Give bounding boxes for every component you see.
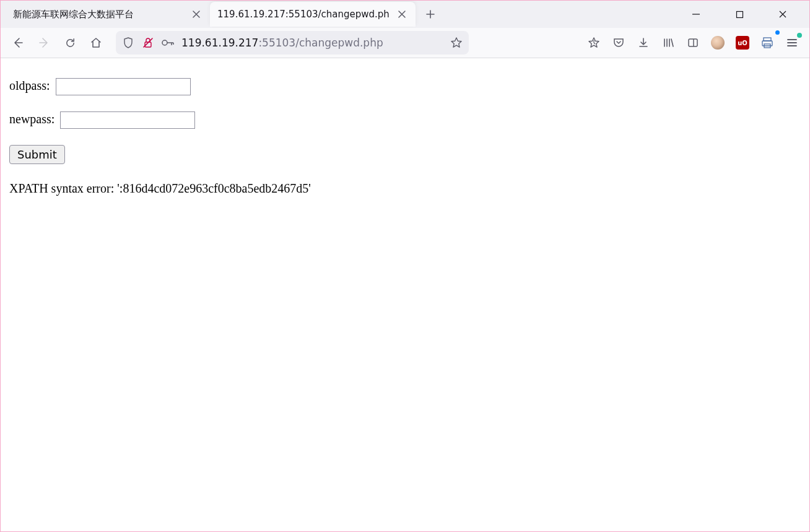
app-menu-button[interactable]: [781, 32, 803, 54]
oldpass-input[interactable]: [56, 78, 191, 95]
svg-rect-4: [764, 38, 771, 41]
tab-strip: 新能源车联网综合大数据平台 119.61.19.217:55103/change…: [1, 1, 809, 28]
svg-point-2: [162, 40, 167, 45]
home-button[interactable]: [85, 32, 107, 54]
url-host: 119.61.19.217: [181, 37, 258, 49]
extension-avatar-icon[interactable]: [707, 32, 729, 54]
forward-button[interactable]: [33, 32, 55, 54]
window-controls: [682, 2, 804, 27]
newpass-input[interactable]: [60, 111, 195, 129]
sidebar-button[interactable]: [682, 32, 704, 54]
tab-active[interactable]: 119.61.19.217:55103/changepwd.ph: [210, 2, 416, 27]
submit-button[interactable]: Submit: [9, 145, 65, 164]
maximize-button[interactable]: [725, 2, 754, 27]
print-button[interactable]: [756, 32, 778, 54]
error-message: XPATH syntax error: ':816d4cd072e963cf0c…: [9, 181, 801, 196]
oldpass-label: oldpass:: [9, 79, 50, 92]
url-bar[interactable]: 119.61.19.217:55103/changepwd.php: [116, 31, 469, 55]
close-window-button[interactable]: [769, 2, 797, 27]
key-icon[interactable]: [159, 34, 176, 51]
tab-title: 119.61.19.217:55103/changepwd.ph: [217, 9, 390, 20]
close-icon[interactable]: [190, 8, 202, 20]
extensions-button[interactable]: [583, 32, 605, 54]
oldpass-row: oldpass:: [9, 78, 801, 95]
lock-insecure-icon[interactable]: [139, 34, 157, 51]
minimize-button[interactable]: [682, 2, 710, 27]
svg-rect-3: [689, 39, 697, 46]
pocket-button[interactable]: [608, 32, 630, 54]
bookmark-star-icon[interactable]: [448, 34, 465, 51]
svg-rect-0: [736, 11, 742, 17]
page-content: oldpass: newpass: Submit XPATH syntax er…: [1, 58, 809, 207]
toolbar-right: uO: [583, 32, 803, 54]
new-tab-button[interactable]: [419, 3, 442, 25]
url-text[interactable]: 119.61.19.217:55103/changepwd.php: [179, 37, 445, 49]
toolbar: 119.61.19.217:55103/changepwd.php: [1, 28, 809, 58]
ublock-icon[interactable]: uO: [731, 32, 754, 54]
shield-icon[interactable]: [120, 34, 137, 51]
url-path: :55103/changepwd.php: [258, 37, 383, 49]
newpass-label: newpass:: [9, 112, 54, 126]
browser-chrome: 新能源车联网综合大数据平台 119.61.19.217:55103/change…: [1, 1, 809, 58]
tab-title: 新能源车联网综合大数据平台: [13, 9, 184, 20]
library-button[interactable]: [657, 32, 679, 54]
close-icon[interactable]: [396, 8, 408, 20]
back-button[interactable]: [7, 32, 29, 54]
downloads-button[interactable]: [632, 32, 655, 54]
tab-inactive[interactable]: 新能源车联网综合大数据平台: [6, 2, 210, 27]
reload-button[interactable]: [59, 32, 81, 54]
newpass-row: newpass:: [9, 111, 801, 129]
